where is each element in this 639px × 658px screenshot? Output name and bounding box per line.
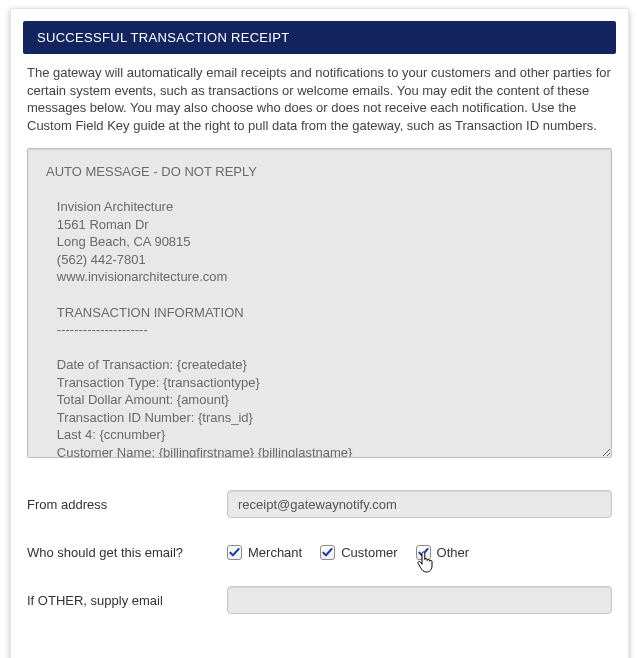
from-address-row: From address: [27, 489, 612, 519]
from-address-label: From address: [27, 497, 227, 512]
settings-card: SUCCESSFUL TRANSACTION RECEIPT The gatew…: [10, 8, 629, 658]
merchant-label: Merchant: [248, 545, 302, 560]
merchant-checkbox-item[interactable]: Merchant: [227, 545, 302, 560]
form-rows: From address Who should get this email? …: [11, 461, 628, 615]
message-body-wrap: [11, 148, 628, 461]
other-email-label: If OTHER, supply email: [27, 593, 227, 608]
recipients-row: Who should get this email? Merchant Cust…: [27, 537, 612, 567]
section-title: SUCCESSFUL TRANSACTION RECEIPT: [37, 30, 289, 45]
other-checkbox[interactable]: [416, 545, 431, 560]
message-body-textarea[interactable]: [27, 148, 612, 458]
section-description: The gateway will automatically email rec…: [11, 64, 628, 148]
recipients-label: Who should get this email?: [27, 545, 227, 560]
other-checkbox-item[interactable]: Other: [416, 545, 470, 560]
customer-checkbox[interactable]: [320, 545, 335, 560]
other-email-row: If OTHER, supply email: [27, 585, 612, 615]
other-label: Other: [437, 545, 470, 560]
customer-label: Customer: [341, 545, 397, 560]
customer-checkbox-item[interactable]: Customer: [320, 545, 397, 560]
checkmark-icon: [229, 547, 240, 558]
section-header: SUCCESSFUL TRANSACTION RECEIPT: [23, 21, 616, 54]
checkmark-icon: [418, 547, 429, 558]
other-email-input[interactable]: [227, 586, 612, 614]
recipients-checkboxes: Merchant Customer Other: [227, 545, 469, 560]
checkmark-icon: [322, 547, 333, 558]
from-address-input[interactable]: [227, 490, 612, 518]
merchant-checkbox[interactable]: [227, 545, 242, 560]
